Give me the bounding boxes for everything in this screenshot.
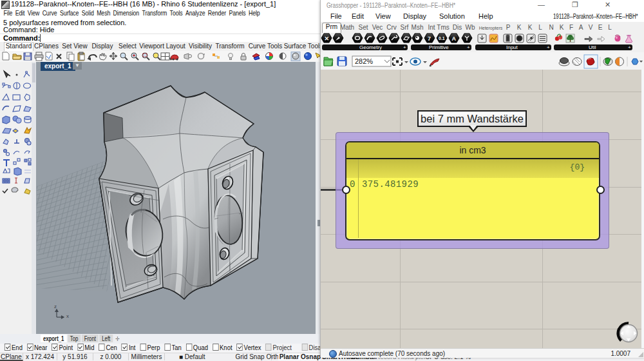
svg-text:Input: Input xyxy=(506,44,518,50)
svg-text:✕: ✕ xyxy=(325,35,330,42)
svg-text:0.1: 0.1 xyxy=(439,36,445,41)
svg-text:z: z xyxy=(54,304,57,309)
svg-text:Util: Util xyxy=(589,44,596,50)
svg-text:+: + xyxy=(547,44,550,50)
svg-text:+: + xyxy=(628,44,631,50)
svg-text:+: + xyxy=(467,44,470,50)
svg-text:+: + xyxy=(403,44,406,50)
svg-text:Geometry: Geometry xyxy=(359,44,382,50)
svg-text:A: A xyxy=(452,35,457,42)
svg-text:7: 7 xyxy=(428,35,431,42)
svg-text:x: x xyxy=(66,313,69,319)
svg-text:282%: 282% xyxy=(355,57,373,65)
svg-text:Primitive: Primitive xyxy=(429,44,449,50)
